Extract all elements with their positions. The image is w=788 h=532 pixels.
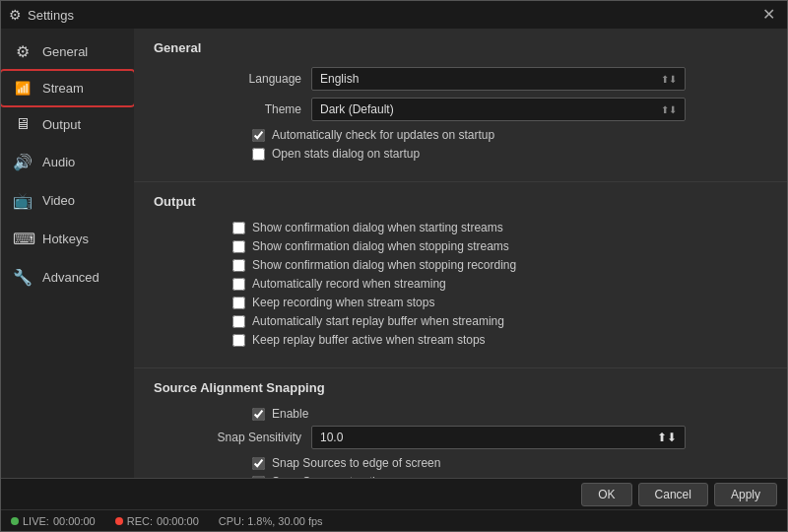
confirm-stop-rec-row: Show confirmation dialog when stopping r… bbox=[154, 258, 767, 272]
title-bar-left: ⚙ Settings bbox=[9, 7, 74, 23]
sidebar-label-general: General bbox=[42, 44, 88, 59]
sidebar-label-stream: Stream bbox=[42, 81, 84, 96]
open-stats-label: Open stats dialog on startup bbox=[272, 147, 420, 161]
advanced-icon: 🔧 bbox=[13, 268, 33, 287]
snap-edge-checkbox[interactable] bbox=[252, 457, 265, 470]
output-section: Output Show confirmation dialog when sta… bbox=[134, 182, 787, 368]
open-stats-row: Open stats dialog on startup bbox=[154, 147, 767, 161]
keep-replay-row: Keep replay buffer active when stream st… bbox=[154, 333, 767, 347]
rec-status: REC: 00:00:00 bbox=[115, 515, 199, 527]
language-value: English bbox=[320, 72, 359, 86]
sidebar-label-advanced: Advanced bbox=[42, 270, 99, 285]
confirm-stop-rec-label: Show confirmation dialog when stopping r… bbox=[252, 258, 516, 272]
settings-icon: ⚙ bbox=[9, 7, 22, 23]
language-label: Language bbox=[183, 72, 311, 86]
cpu-status: CPU: 1.8%, 30.00 fps bbox=[219, 515, 323, 527]
window-title: Settings bbox=[28, 8, 74, 23]
snap-edge-row: Snap Sources to edge of screen bbox=[154, 456, 767, 470]
cancel-button[interactable]: Cancel bbox=[638, 483, 708, 506]
output-section-title: Output bbox=[154, 194, 767, 209]
rec-label: REC: bbox=[127, 515, 153, 527]
sidebar-item-video[interactable]: 📺 Video bbox=[1, 181, 134, 220]
confirm-stop-stream-checkbox[interactable] bbox=[232, 240, 245, 253]
sidebar-item-advanced[interactable]: 🔧 Advanced bbox=[1, 258, 134, 297]
theme-value: Dark (Default) bbox=[320, 102, 394, 116]
keep-recording-checkbox[interactable] bbox=[232, 297, 245, 309]
snap-section-title: Source Alignment Snapping bbox=[154, 380, 767, 395]
content-area: ⚙ General 📶 Stream 🖥 Output 🔊 Audio 📺 Vi… bbox=[1, 29, 787, 478]
sensitivity-value: 10.0 bbox=[320, 431, 343, 444]
live-label: LIVE: bbox=[23, 515, 49, 527]
confirm-stop-stream-row: Show confirmation dialog when stopping s… bbox=[154, 239, 767, 253]
language-row: Language English ⬆⬇ bbox=[154, 67, 767, 91]
auto-replay-checkbox[interactable] bbox=[232, 315, 245, 328]
audio-icon: 🔊 bbox=[13, 153, 33, 171]
bottom-buttons: OK Cancel Apply bbox=[581, 483, 777, 506]
theme-dropdown[interactable]: Dark (Default) ⬆⬇ bbox=[311, 98, 686, 121]
general-section-title: General bbox=[154, 40, 767, 55]
sidebar-item-hotkeys[interactable]: ⌨ Hotkeys bbox=[1, 220, 134, 258]
stream-icon: 📶 bbox=[13, 81, 33, 96]
sidebar-item-output[interactable]: 🖥 Output bbox=[1, 105, 134, 143]
cpu-label: CPU: 1.8%, 30.00 fps bbox=[219, 515, 323, 527]
live-time: 00:00:00 bbox=[53, 515, 96, 527]
sensitivity-row: Snap Sensitivity 10.0 ⬆⬇ bbox=[154, 426, 767, 449]
keep-replay-label: Keep replay buffer active when stream st… bbox=[252, 333, 486, 347]
snap-section: Source Alignment Snapping Enable Snap Se… bbox=[134, 368, 787, 478]
sidebar-item-stream[interactable]: 📶 Stream bbox=[1, 71, 134, 105]
auto-check-label: Automatically check for updates on start… bbox=[272, 128, 494, 142]
close-button[interactable]: ✕ bbox=[758, 5, 779, 25]
theme-arrow-icon: ⬆⬇ bbox=[661, 104, 677, 115]
sidebar: ⚙ General 📶 Stream 🖥 Output 🔊 Audio 📺 Vi… bbox=[1, 29, 134, 478]
auto-check-row: Automatically check for updates on start… bbox=[154, 128, 767, 142]
confirm-stop-stream-label: Show confirmation dialog when stopping s… bbox=[252, 239, 509, 253]
main-panel: General Language English ⬆⬇ Theme Dark (… bbox=[134, 29, 787, 478]
confirm-stop-rec-checkbox[interactable] bbox=[232, 259, 245, 272]
sensitivity-label: Snap Sensitivity bbox=[183, 431, 311, 444]
auto-record-checkbox[interactable] bbox=[232, 278, 245, 291]
title-bar: ⚙ Settings ✕ bbox=[1, 1, 787, 29]
confirm-start-row: Show confirmation dialog when starting s… bbox=[154, 221, 767, 234]
snap-enable-checkbox[interactable] bbox=[252, 408, 265, 421]
video-icon: 📺 bbox=[13, 191, 33, 210]
bottom-bar: OK Cancel Apply bbox=[1, 478, 787, 509]
output-icon: 🖥 bbox=[13, 115, 33, 133]
keep-recording-row: Keep recording when stream stops bbox=[154, 296, 767, 309]
language-arrow-icon: ⬆⬇ bbox=[661, 74, 677, 85]
sidebar-label-video: Video bbox=[42, 193, 75, 208]
ok-button[interactable]: OK bbox=[581, 483, 631, 506]
live-status: LIVE: 00:00:00 bbox=[11, 515, 96, 527]
hotkeys-icon: ⌨ bbox=[13, 230, 33, 248]
rec-dot bbox=[115, 517, 123, 525]
open-stats-checkbox[interactable] bbox=[252, 148, 265, 161]
live-dot bbox=[11, 517, 19, 525]
snap-edge-label: Snap Sources to edge of screen bbox=[272, 456, 440, 470]
sidebar-label-audio: Audio bbox=[42, 155, 75, 169]
sidebar-label-hotkeys: Hotkeys bbox=[42, 232, 89, 246]
snap-enable-label: Enable bbox=[272, 407, 308, 421]
settings-window: ⚙ Settings ✕ ⚙ General 📶 Stream 🖥 Output… bbox=[0, 0, 788, 532]
auto-replay-label: Automatically start replay buffer when s… bbox=[252, 314, 504, 328]
sensitivity-arrow-icon: ⬆⬇ bbox=[657, 431, 677, 444]
keep-replay-checkbox[interactable] bbox=[232, 334, 245, 347]
snap-enable-row: Enable bbox=[154, 407, 767, 421]
confirm-start-label: Show confirmation dialog when starting s… bbox=[252, 221, 503, 234]
status-bar: LIVE: 00:00:00 REC: 00:00:00 CPU: 1.8%, … bbox=[1, 509, 787, 531]
general-icon: ⚙ bbox=[13, 42, 33, 61]
auto-replay-row: Automatically start replay buffer when s… bbox=[154, 314, 767, 328]
sidebar-item-general[interactable]: ⚙ General bbox=[1, 33, 134, 71]
auto-record-row: Automatically record when streaming bbox=[154, 277, 767, 291]
theme-row: Theme Dark (Default) ⬆⬇ bbox=[154, 98, 767, 121]
keep-recording-label: Keep recording when stream stops bbox=[252, 296, 434, 309]
theme-label: Theme bbox=[183, 102, 311, 116]
sensitivity-dropdown[interactable]: 10.0 ⬆⬇ bbox=[311, 426, 686, 449]
general-section: General Language English ⬆⬇ Theme Dark (… bbox=[134, 29, 787, 182]
auto-check-checkbox[interactable] bbox=[252, 129, 265, 142]
sidebar-label-output: Output bbox=[42, 117, 81, 132]
rec-time: 00:00:00 bbox=[157, 515, 199, 527]
language-dropdown[interactable]: English ⬆⬇ bbox=[311, 67, 686, 91]
confirm-start-checkbox[interactable] bbox=[232, 222, 245, 234]
apply-button[interactable]: Apply bbox=[714, 483, 777, 506]
auto-record-label: Automatically record when streaming bbox=[252, 277, 446, 291]
sidebar-item-audio[interactable]: 🔊 Audio bbox=[1, 143, 134, 181]
